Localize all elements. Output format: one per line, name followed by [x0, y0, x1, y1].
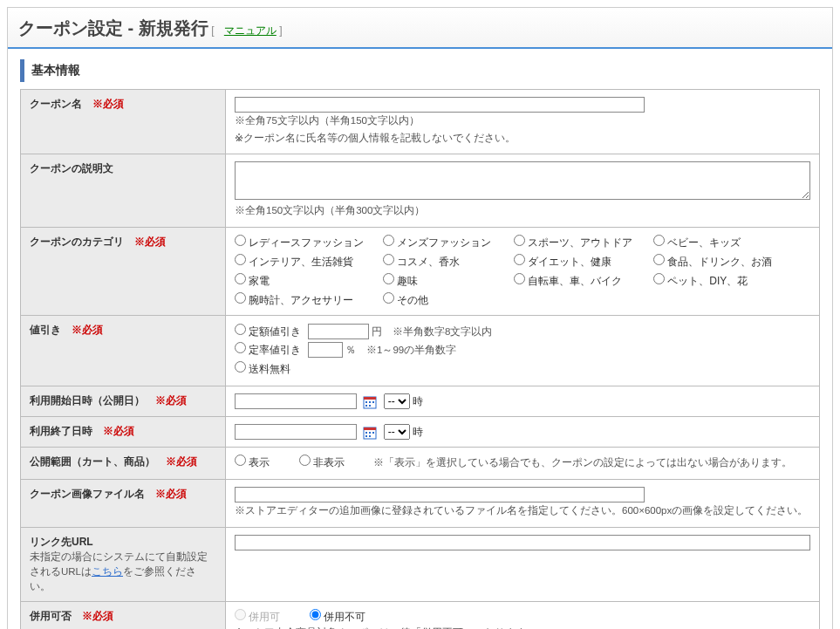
- label-coupon-desc: クーポンの説明文: [21, 154, 226, 228]
- label-link-url: リンク先URL 未指定の場合にシステムにて自動設定されるURLはこちらをご参照く…: [21, 527, 226, 602]
- svg-rect-3: [369, 401, 371, 403]
- label-coupon-name: クーポン名 ※必須: [21, 90, 226, 154]
- image-file-input[interactable]: [235, 487, 645, 503]
- combine-no-radio[interactable]: 併用不可: [310, 611, 365, 623]
- section-basic-info: 基本情報: [20, 59, 820, 82]
- link-url-input[interactable]: [235, 535, 810, 550]
- discount-rate-radio[interactable]: 定率値引き: [235, 344, 301, 356]
- category-option[interactable]: コスメ、香水: [383, 254, 514, 270]
- coupon-form-table: クーポン名 ※必須 ※全角75文字以内（半角150文字以内） ※クーポン名に氏名…: [20, 89, 820, 629]
- category-grid: レディースファッション メンズファッション スポーツ、アウトドア ベビー、キッズ…: [235, 235, 810, 308]
- label-discount: 値引き ※必須: [21, 315, 226, 386]
- svg-rect-8: [364, 427, 376, 430]
- svg-rect-6: [369, 405, 371, 407]
- category-option[interactable]: メンズファッション: [383, 235, 514, 250]
- category-option[interactable]: インテリア、生活雑貨: [235, 254, 383, 270]
- visibility-hide-radio[interactable]: 非表示: [299, 456, 345, 468]
- combine-yes-radio[interactable]: 併用可: [235, 611, 280, 623]
- note-name-personal: ※クーポン名に氏名等の個人情報を記載しないでください。: [235, 133, 516, 143]
- category-option[interactable]: 家電: [235, 273, 383, 289]
- end-hour-select[interactable]: --: [384, 424, 410, 440]
- svg-rect-1: [364, 397, 376, 400]
- category-option[interactable]: ダイエット、健康: [514, 254, 653, 270]
- note-name-length: ※全角75文字以内（半角150文字以内）: [235, 115, 420, 126]
- svg-rect-9: [365, 432, 367, 434]
- category-option[interactable]: ベビー、キッズ: [653, 235, 793, 250]
- label-image-file: クーポン画像ファイル名 ※必須: [21, 479, 226, 527]
- svg-rect-11: [372, 432, 374, 434]
- category-option[interactable]: 趣味: [383, 273, 514, 289]
- calendar-icon[interactable]: [363, 426, 377, 440]
- label-start-date: 利用開始日時（公開日） ※必須: [21, 386, 226, 417]
- visibility-show-radio[interactable]: 表示: [235, 456, 270, 468]
- start-hour-select[interactable]: --: [384, 393, 410, 409]
- discount-fixed-radio[interactable]: 定額値引き: [235, 325, 301, 338]
- svg-rect-2: [365, 401, 367, 403]
- category-option[interactable]: 食品、ドリンク、お酒: [653, 254, 793, 270]
- page-title: クーポン設定 - 新規発行: [18, 18, 208, 38]
- label-category: クーポンのカテゴリ ※必須: [21, 227, 226, 315]
- discount-fixed-input[interactable]: [308, 324, 369, 339]
- discount-rate-input[interactable]: [308, 342, 343, 358]
- image-file-note: ※ストアエディターの追加画像に登録されているファイル名を指定してください。600…: [235, 505, 808, 516]
- bracket-close: ]: [279, 24, 282, 37]
- svg-rect-13: [369, 435, 371, 437]
- page-header: クーポン設定 - 新規発行 [ マニュアル ]: [8, 8, 832, 49]
- svg-rect-4: [372, 401, 374, 403]
- manual-link[interactable]: マニュアル: [224, 24, 277, 37]
- note-desc-length: ※全角150文字以内（半角300文字以内）: [235, 205, 425, 215]
- category-option[interactable]: ペット、DIY、花: [653, 273, 793, 289]
- link-url-help[interactable]: こちら: [92, 566, 123, 577]
- category-option[interactable]: 自転車、車、バイク: [514, 273, 653, 289]
- label-combine: 併用可否 ※必須: [21, 602, 226, 629]
- coupon-desc-textarea[interactable]: [235, 161, 810, 200]
- category-option[interactable]: 腕時計、アクセサリー: [235, 292, 383, 308]
- category-option[interactable]: スポーツ、アウトドア: [514, 235, 653, 250]
- end-date-input[interactable]: [235, 424, 357, 440]
- label-end-date: 利用終了日時 ※必須: [21, 417, 226, 448]
- coupon-name-input[interactable]: [235, 97, 645, 113]
- category-option[interactable]: レディースファッション: [235, 235, 383, 250]
- svg-rect-12: [365, 435, 367, 437]
- calendar-icon[interactable]: [363, 395, 377, 409]
- label-visibility: 公開範囲（カート、商品） ※必須: [21, 448, 226, 480]
- bracket-open: [: [211, 24, 214, 37]
- svg-rect-10: [369, 432, 371, 434]
- start-date-input[interactable]: [235, 393, 357, 409]
- discount-freeship-radio[interactable]: 送料無料: [235, 363, 290, 375]
- category-option[interactable]: その他: [383, 292, 514, 308]
- svg-rect-5: [365, 405, 367, 407]
- visibility-note: ※「表示」を選択している場合でも、クーポンの設定によっては出ない場合があります。: [373, 457, 792, 468]
